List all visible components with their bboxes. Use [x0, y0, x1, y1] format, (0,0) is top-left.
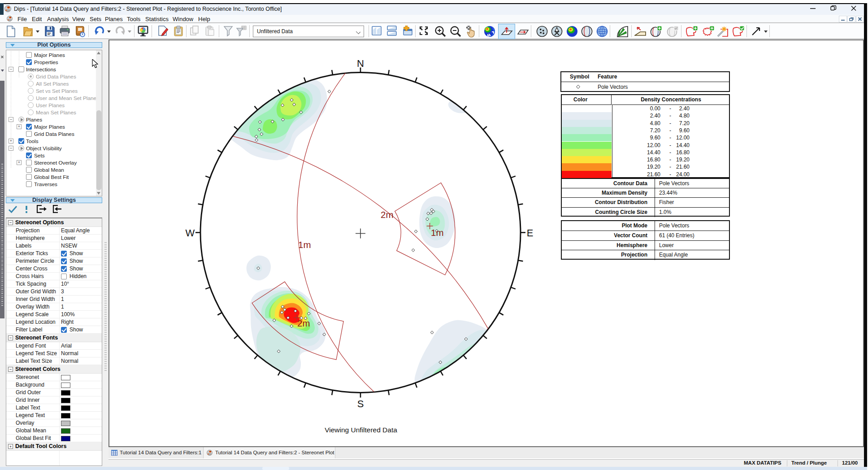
- svg-text:2m: 2m: [381, 209, 393, 220]
- svg-text:1m: 1m: [431, 227, 443, 238]
- svg-text:1m: 1m: [298, 239, 311, 250]
- svg-text:N: N: [357, 58, 364, 69]
- svg-text:S: S: [357, 398, 364, 409]
- svg-text:E: E: [527, 227, 534, 239]
- svg-text:W: W: [186, 227, 195, 239]
- svg-text:2m: 2m: [297, 318, 310, 328]
